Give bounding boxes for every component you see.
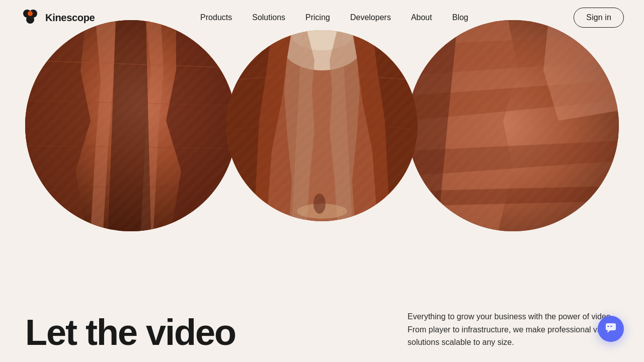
nav-item-about[interactable]: About (411, 13, 432, 22)
hero-description: Everything to grow your business with th… (408, 310, 619, 352)
nav-link-blog[interactable]: Blog (452, 13, 468, 22)
nav-item-solutions[interactable]: Solutions (252, 13, 285, 22)
circles-row (0, 20, 644, 231)
rock-texture-center (226, 30, 418, 221)
hero-area: Let the video Everything to grow your bu… (0, 35, 644, 362)
logo-icon (20, 9, 40, 27)
circle-center (226, 30, 418, 221)
logo-svg (20, 9, 40, 27)
nav-item-pricing[interactable]: Pricing (305, 13, 330, 22)
svg-point-2 (26, 16, 34, 24)
brand-name: Kinescope (45, 12, 95, 24)
rock-texture-left (25, 20, 236, 231)
bottom-content: Let the video Everything to grow your bu… (0, 310, 644, 352)
nav-item-developers[interactable]: Developers (350, 13, 391, 22)
rock-texture-right (408, 20, 619, 231)
svg-rect-21 (607, 326, 609, 327)
chat-icon (605, 322, 617, 336)
nav-link-developers[interactable]: Developers (350, 13, 391, 22)
nav-link-solutions[interactable]: Solutions (252, 13, 285, 22)
svg-point-3 (28, 11, 33, 16)
navbar: Kinescope Products Solutions Pricing Dev… (0, 0, 644, 35)
svg-rect-22 (610, 326, 612, 327)
nav-item-products[interactable]: Products (200, 13, 232, 22)
circle-left (25, 20, 236, 231)
nav-link-about[interactable]: About (411, 13, 432, 22)
nav-link-pricing[interactable]: Pricing (305, 13, 330, 22)
nav-item-blog[interactable]: Blog (452, 13, 468, 22)
hero-headline: Let the video (25, 314, 408, 352)
logo-area: Kinescope (20, 9, 95, 27)
page-wrapper: Kinescope Products Solutions Pricing Dev… (0, 0, 644, 362)
circle-right (408, 20, 619, 231)
sign-in-button[interactable]: Sign in (574, 8, 624, 28)
chat-button[interactable] (598, 316, 624, 342)
nav-links: Products Solutions Pricing Developers Ab… (200, 13, 468, 22)
nav-link-products[interactable]: Products (200, 13, 232, 22)
